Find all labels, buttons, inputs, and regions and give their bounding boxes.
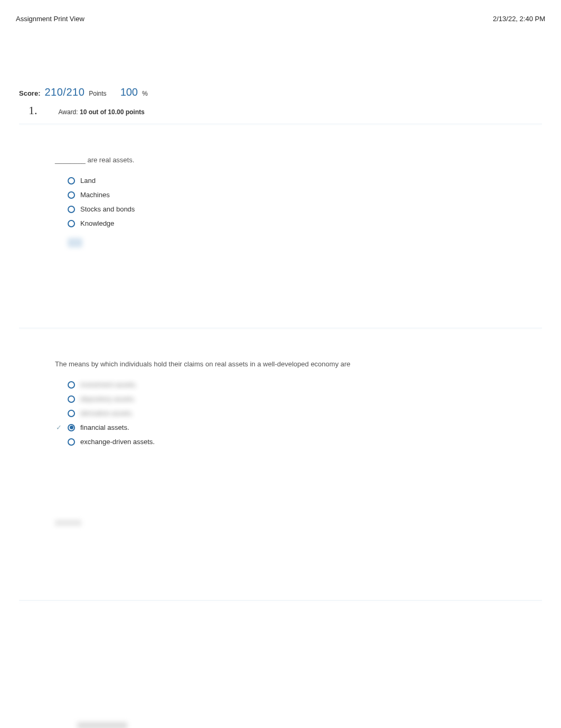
radio-icon <box>68 438 75 446</box>
option-row[interactable]: depository assets. <box>55 395 531 403</box>
option-label: Knowledge <box>80 219 114 227</box>
page-header: Assignment Print View 2/13/22, 2:40 PM <box>0 0 561 28</box>
question-number: 1. <box>29 104 38 117</box>
radio-icon <box>68 220 75 227</box>
option-label: financial assets. <box>80 423 129 431</box>
award-value: 10 out of 10.00 <box>80 108 124 116</box>
score-percent: 100 <box>120 86 138 98</box>
options-list: investment assets. depository assets. de… <box>55 381 531 446</box>
page-title: Assignment Print View <box>16 15 85 23</box>
section-divider <box>19 124 542 124</box>
check-icon: ✓ <box>56 423 62 431</box>
content-area: Score: 210/210 Points 100 % 1. Award: 10… <box>0 86 561 728</box>
check-slot: ✓ <box>55 423 62 431</box>
award-suffix: points <box>126 108 145 116</box>
option-label: Machines <box>80 191 110 199</box>
options-list: Land Machines Stocks and bonds Knowledge <box>55 177 531 227</box>
option-row[interactable]: ✓ financial assets. <box>55 423 531 431</box>
option-label: depository assets. <box>80 395 136 403</box>
hidden-content-block <box>77 722 542 728</box>
score-percent-symbol: % <box>142 90 148 97</box>
radio-icon <box>68 206 75 213</box>
section-divider <box>19 600 542 601</box>
radio-icon <box>68 381 75 389</box>
score-value: 210/210 <box>44 86 85 98</box>
option-row[interactable]: Stocks and bonds <box>55 205 531 213</box>
page-datetime: 2/13/22, 2:40 PM <box>493 15 545 23</box>
radio-icon <box>68 395 75 403</box>
option-row[interactable]: Land <box>55 177 531 185</box>
option-label: Stocks and bonds <box>80 205 135 213</box>
option-row[interactable]: Machines <box>55 191 531 199</box>
question-block-2: The means by which individuals hold thei… <box>19 360 542 446</box>
radio-icon <box>68 191 75 199</box>
radio-icon-selected <box>68 424 75 431</box>
award-text: Award: 10 out of 10.00 points <box>59 108 145 116</box>
option-row[interactable]: investment assets. <box>55 381 531 389</box>
radio-icon <box>68 177 75 185</box>
award-prefix: Award: <box>59 108 78 116</box>
question-prompt: ________ are real assets. <box>55 156 531 164</box>
question-prompt: The means by which individuals hold thei… <box>55 360 531 368</box>
award-row: 1. Award: 10 out of 10.00 points <box>19 104 542 117</box>
option-row[interactable]: exchange-driven assets. <box>55 438 531 446</box>
option-row[interactable]: Knowledge <box>55 219 531 227</box>
option-row[interactable]: derivative assets. <box>55 409 531 417</box>
score-label: Score: <box>19 89 40 97</box>
section-divider <box>19 328 542 328</box>
score-row: Score: 210/210 Points 100 % <box>19 86 542 98</box>
hidden-line <box>77 722 127 728</box>
option-label: Land <box>80 177 96 185</box>
option-label: exchange-driven assets. <box>80 438 155 446</box>
option-label: investment assets. <box>80 381 137 389</box>
option-label: derivative assets. <box>80 409 133 417</box>
correct-answer-hidden <box>68 238 82 247</box>
question-block-1: ________ are real assets. Land Machines … <box>19 156 542 247</box>
reference-hidden <box>55 520 81 526</box>
score-points-label: Points <box>89 90 106 97</box>
radio-icon <box>68 410 75 417</box>
